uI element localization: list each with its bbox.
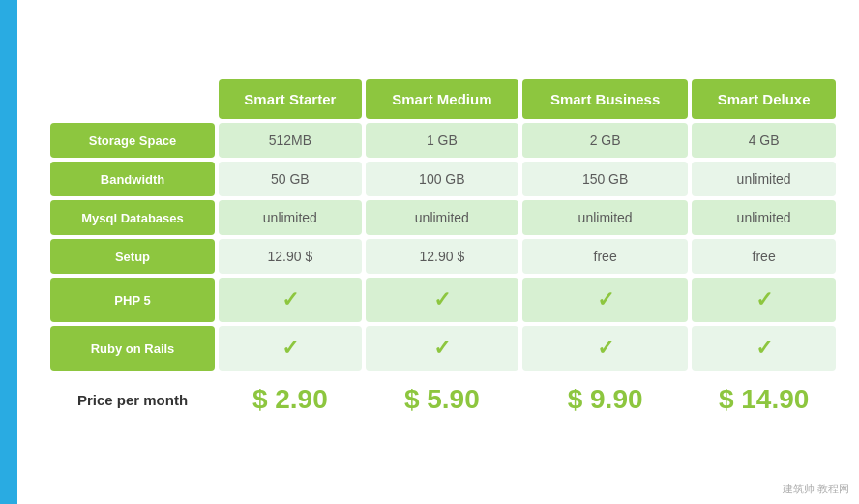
data-cell: 100 GB	[366, 162, 518, 196]
table-row: PHP 5✓✓✓✓	[50, 278, 836, 322]
table-row: Storage Space512MB1 GB2 GB4 GB	[50, 123, 836, 158]
data-cell: 512MB	[219, 123, 362, 158]
data-cell: ✓	[692, 278, 836, 322]
data-cell: unlimited	[522, 200, 688, 235]
table-row: Bandwidth50 GB100 GB150 GBunlimited	[50, 162, 836, 196]
header-smart-medium: Smart Medium	[366, 79, 518, 119]
row-label: Storage Space	[50, 123, 215, 158]
data-cell: 12.90 $	[366, 239, 518, 274]
data-cell: 50 GB	[219, 162, 362, 196]
price-value: $ 5.90	[366, 374, 518, 425]
row-label: Bandwidth	[50, 162, 215, 196]
data-cell: unlimited	[219, 200, 362, 235]
header-row: Smart Starter Smart Medium Smart Busines…	[50, 79, 836, 119]
data-cell: unlimited	[366, 200, 518, 235]
row-label: Ruby on Rails	[50, 326, 215, 371]
row-label: Mysql Databases	[50, 200, 215, 235]
watermark: 建筑帅 教程网	[783, 482, 849, 496]
price-value: $ 2.90	[219, 374, 362, 425]
data-cell: unlimited	[692, 200, 836, 235]
table-row: Setup12.90 $12.90 $freefree	[50, 239, 836, 274]
data-cell: 150 GB	[522, 162, 688, 196]
data-cell: 4 GB	[692, 123, 836, 158]
data-cell: 2 GB	[522, 123, 688, 158]
data-cell: ✓	[219, 326, 362, 371]
table-row: Ruby on Rails✓✓✓✓	[50, 326, 836, 371]
price-value: $ 9.90	[522, 374, 688, 425]
data-cell: ✓	[366, 326, 518, 371]
header-smart-deluxe: Smart Deluxe	[692, 79, 836, 119]
corner-cell	[50, 79, 215, 119]
price-value: $ 14.90	[692, 374, 836, 425]
price-label: Price per month	[50, 374, 215, 425]
data-cell: free	[522, 239, 688, 274]
table-container: Smart Starter Smart Medium Smart Busines…	[46, 75, 840, 429]
row-label: PHP 5	[50, 278, 215, 322]
data-cell: ✓	[692, 326, 836, 371]
data-cell: ✓	[522, 278, 688, 322]
data-cell: unlimited	[692, 162, 836, 196]
data-cell: 12.90 $	[219, 239, 362, 274]
data-cell: ✓	[219, 278, 362, 322]
header-smart-starter: Smart Starter	[219, 79, 362, 119]
table-row: Mysql Databasesunlimitedunlimitedunlimit…	[50, 200, 836, 235]
pricing-table: Smart Starter Smart Medium Smart Busines…	[46, 75, 840, 429]
left-bar	[0, 0, 17, 504]
row-label: Setup	[50, 239, 215, 274]
header-smart-business: Smart Business	[522, 79, 688, 119]
page-wrapper: Smart Starter Smart Medium Smart Busines…	[0, 0, 859, 504]
price-row: Price per month$ 2.90$ 5.90$ 9.90$ 14.90	[50, 374, 836, 425]
data-cell: ✓	[366, 278, 518, 322]
data-cell: 1 GB	[366, 123, 518, 158]
data-cell: free	[692, 239, 836, 274]
data-cell: ✓	[522, 326, 688, 371]
